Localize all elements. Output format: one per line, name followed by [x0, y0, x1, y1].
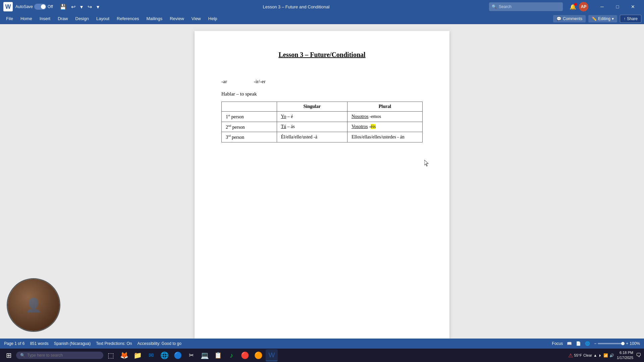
taskbar-explorer[interactable]: 📁: [131, 349, 144, 361]
taskbar-vscode[interactable]: 💻: [199, 349, 211, 361]
share-label: Share: [627, 16, 638, 21]
editing-button[interactable]: ✏️ Editing ▾: [588, 15, 617, 22]
table-header-singular: Singular: [277, 102, 347, 112]
notification-dot: [574, 3, 577, 6]
taskbar-chrome2[interactable]: 🔵: [172, 349, 184, 361]
document-title: Lesson 3 – Future and Conditional: [103, 4, 489, 9]
editing-icon: ✏️: [592, 16, 597, 21]
comments-icon: 💬: [556, 16, 561, 21]
menu-file[interactable]: File: [3, 15, 16, 22]
search-bar[interactable]: 🔍: [489, 2, 563, 11]
tray-expand-icon[interactable]: ▲: [593, 353, 597, 357]
notification-center-icon[interactable]: 🗨: [636, 352, 641, 358]
search-input[interactable]: [499, 4, 559, 9]
share-button[interactable]: ↑ Share: [620, 15, 641, 23]
zoom-control[interactable]: − + 100%: [594, 341, 640, 346]
autosave-knob: [41, 4, 46, 9]
read-mode-icon[interactable]: 📖: [567, 341, 572, 346]
table-cell-singular-2: Tú – ás: [277, 122, 347, 132]
menu-bar: File Home Insert Draw Design Layout Refe…: [0, 13, 644, 24]
window-controls: ─ □ ✕: [594, 0, 641, 13]
save-icon[interactable]: 💾: [58, 3, 68, 11]
taskbar-word[interactable]: W: [266, 349, 278, 361]
alert-icon[interactable]: ⚠: [568, 352, 573, 359]
zoom-out-icon[interactable]: −: [594, 341, 596, 346]
table-row: 1st person Yo – é Nosotros -emos: [222, 112, 423, 122]
table-cell-plural-3: Ellos/ellas/elles/ustedes - án: [347, 132, 422, 142]
menu-mailings[interactable]: Mailings: [143, 15, 166, 22]
webcam-feed: 👤: [8, 279, 59, 331]
editing-chevron-icon: ▾: [612, 16, 614, 21]
taskbar-widgets[interactable]: ⬚: [105, 349, 117, 361]
weather-status: Clear: [583, 353, 592, 357]
menu-draw[interactable]: Draw: [54, 15, 71, 22]
toolbar-icons: 💾 ↩ ▾ ↪ ▾: [58, 3, 101, 11]
autosave-switch[interactable]: [34, 4, 46, 10]
menu-home[interactable]: Home: [17, 15, 36, 22]
suffix-ir-er: -ir/-er: [254, 79, 266, 84]
start-button[interactable]: ⊞: [3, 349, 15, 361]
webcam-overlay: 👤: [7, 278, 60, 332]
taskbar-chrome4[interactable]: 🟠: [252, 349, 264, 361]
comments-label: Comments: [563, 16, 582, 21]
share-icon: ↑: [624, 16, 626, 21]
status-bar: Page 1 of 6 851 words Spanish (Nicaragua…: [0, 339, 644, 349]
zoom-in-icon[interactable]: +: [626, 341, 628, 346]
date-display: 1/17/2025: [617, 355, 633, 360]
network-icon[interactable]: 📶: [603, 353, 608, 358]
close-button[interactable]: ✕: [625, 0, 641, 13]
table-cell-plural-1: Nosotros -emos: [347, 112, 422, 122]
text-predictions: Text Predictions: On: [96, 341, 132, 346]
taskbar-edge[interactable]: 🦊: [118, 349, 130, 361]
editing-label: Editing: [598, 16, 610, 21]
zoom-thumb: [621, 342, 625, 345]
maximize-button[interactable]: □: [610, 0, 625, 13]
taskbar-chrome3[interactable]: 🔴: [239, 349, 251, 361]
table-cell-plural-2: Vosotros -éis: [347, 122, 422, 132]
table-header-plural: Plural: [347, 102, 422, 112]
status-bar-right: Focus 📖 📄 🌐 − + 100%: [552, 341, 640, 346]
web-layout-icon[interactable]: 🌐: [585, 341, 590, 346]
taskbar-clip[interactable]: 📋: [212, 349, 224, 361]
menu-layout[interactable]: Layout: [93, 15, 113, 22]
zoom-slider[interactable]: [598, 343, 625, 344]
conjugation-table: Singular Plural 1st person Yo – é Nosotr…: [221, 102, 423, 142]
comments-button[interactable]: 💬 Comments: [553, 15, 586, 22]
title-bar-right: 🔔 AP ─ □ ✕: [570, 0, 641, 13]
avatar[interactable]: AP: [579, 2, 588, 11]
taskbar-search-icon: 🔍: [20, 353, 25, 358]
language: Spanish (Nicaragua): [54, 341, 91, 346]
zoom-level: 100%: [630, 341, 640, 346]
print-layout-icon[interactable]: 📄: [576, 341, 581, 346]
table-header-empty: [222, 102, 277, 112]
undo-dropdown-icon[interactable]: ▾: [79, 3, 84, 11]
menu-review[interactable]: Review: [166, 15, 187, 22]
taskbar-chrome[interactable]: 🌐: [158, 349, 170, 361]
table-cell-person-3: 3rd person: [222, 132, 277, 142]
menu-design[interactable]: Design: [72, 15, 92, 22]
focus-button[interactable]: Focus: [552, 341, 563, 346]
media-icon[interactable]: ⏵: [598, 353, 602, 357]
autosave-toggle[interactable]: AutoSave Off: [15, 4, 53, 10]
redo-icon[interactable]: ↪: [86, 3, 93, 11]
customize-icon[interactable]: ▾: [95, 3, 101, 11]
undo-icon[interactable]: ↩: [70, 3, 77, 11]
clock[interactable]: 6:18 PM 1/17/2025: [617, 350, 633, 361]
document-page[interactable]: Lesson 3 – Future/Conditional -ar -ir/-e…: [195, 31, 449, 339]
menu-bar-right: 💬 Comments ✏️ Editing ▾ ↑ Share: [553, 15, 641, 23]
taskbar-spotify[interactable]: ♪: [225, 349, 237, 361]
suffixes-line: -ar -ir/-er: [221, 79, 423, 84]
menu-insert[interactable]: Insert: [36, 15, 54, 22]
volume-icon[interactable]: 🔊: [609, 353, 614, 358]
taskbar-search-input[interactable]: [27, 353, 94, 358]
menu-view[interactable]: View: [188, 15, 204, 22]
table-row: 3rd person Él/ella/elle/usted -á Ellos/e…: [222, 132, 423, 142]
menu-references[interactable]: References: [113, 15, 142, 22]
taskbar-scissors[interactable]: ✂: [185, 349, 197, 361]
taskbar-search[interactable]: 🔍: [16, 352, 103, 359]
table-cell-person-1: 1st person: [222, 112, 277, 122]
minimize-button[interactable]: ─: [594, 0, 610, 13]
taskbar-right: ⚠ 55°F Clear ▲ ⏵ 📶 🔊 6:18 PM 1/17/2025 🗨: [568, 350, 641, 361]
taskbar-mail[interactable]: ✉: [145, 349, 157, 361]
menu-help[interactable]: Help: [205, 15, 221, 22]
